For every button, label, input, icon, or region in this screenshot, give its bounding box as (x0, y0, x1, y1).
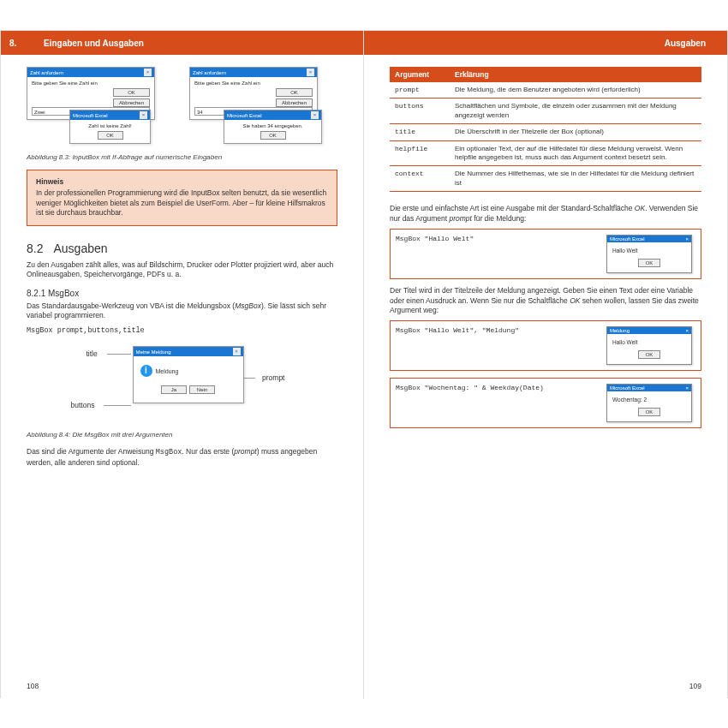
table-header: Argument (390, 67, 450, 82)
figure-caption: Abbildung 8.4: Die MsgBox mit drei Argum… (27, 431, 337, 439)
code-line: MsgBox prompt,buttons,title (27, 326, 337, 336)
dialog-group-2: Zahl anfordern× Bitte geben Sie eine Zah… (189, 67, 326, 148)
dialog-message: Sie haben 34 eingegeben. (229, 123, 317, 128)
dialog-group-1: Zahl anfordern× Bitte geben Sie eine Zah… (27, 67, 164, 148)
label-buttons: buttons (71, 401, 95, 409)
dialog-message: Hallo Welt (612, 339, 686, 345)
dialog-title: Meine Meldung (136, 349, 171, 355)
arg-name: helpfile (390, 140, 450, 166)
left-content: Zahl anfordern× Bitte geben Sie eine Zah… (27, 67, 337, 468)
dialog-title: Microsoft Excel (227, 113, 262, 118)
ok-button[interactable]: OK (98, 131, 123, 140)
ok-button[interactable]: OK (113, 88, 150, 97)
label-prompt: prompt (262, 373, 284, 382)
ok-button[interactable]: OK (638, 350, 661, 359)
dialog-title: Microsoft Excel (610, 236, 645, 242)
page-number: 109 (689, 682, 701, 690)
table-header: Erklärung (450, 67, 701, 82)
figure-caption: Abbildung 8.3: InputBox mit If-Abfrage a… (27, 153, 337, 161)
close-icon[interactable]: × (685, 385, 689, 391)
arg-desc: Die Überschrift in der Titelzeile der Bo… (450, 124, 701, 140)
hint-body: In der professionellen Programmierung wi… (36, 188, 328, 218)
msgbox-preview: Microsoft Excel× Hallo Welt OK (606, 235, 692, 273)
arguments-table: Argument Erklärung promptDie Meldung, di… (390, 67, 701, 192)
code-example-1: MsgBox "Hallo Welt" Microsoft Excel× Hal… (390, 229, 701, 279)
dialog-title: Microsoft Excel (73, 113, 108, 118)
arg-desc: Schaltflächen und Symbole, die einzeln o… (450, 98, 701, 124)
paragraph: Das sind die Argumente der Anweisung Msg… (27, 447, 337, 468)
ok-button[interactable]: OK (638, 408, 661, 416)
ok-button[interactable]: OK (276, 88, 313, 97)
hint-title: Hinweis (36, 177, 328, 187)
msgbox-diagram: title prompt buttons Meine Meldung× i Me… (71, 344, 294, 426)
cancel-button[interactable]: Abbrechen (113, 98, 150, 107)
no-button[interactable]: Nein (189, 385, 215, 394)
dialog-mockups: Zahl anfordern× Bitte geben Sie eine Zah… (27, 67, 337, 148)
table-row: helpfileEin optionaler Text, der auf die… (390, 140, 701, 166)
table-row: titleDie Überschrift in der Titelzeile d… (390, 124, 701, 140)
table-row: buttonsSchaltflächen und Symbole, die ei… (390, 98, 701, 124)
header-left: 8. Eingaben und Ausgaben (1, 31, 363, 55)
cancel-button[interactable]: Abbrechen (276, 98, 313, 107)
close-icon[interactable]: × (140, 111, 147, 119)
arg-name: title (390, 124, 450, 140)
code-text: MsgBox "Wochentag: " & Weekday(Date) (391, 379, 598, 427)
header-right: Ausgaben (364, 31, 727, 55)
paragraph: Die erste und einfachste Art ist eine Au… (390, 204, 701, 224)
hint-box: Hinweis In der professionellen Programmi… (27, 170, 337, 226)
close-icon[interactable]: × (311, 111, 319, 119)
close-icon[interactable]: × (307, 69, 314, 76)
book-spread: 8. Eingaben und Ausgaben Zahl anfordern×… (0, 30, 728, 698)
info-icon: i (140, 365, 152, 377)
msgbox-result-2: Microsoft Excel× Sie haben 34 eingegeben… (224, 110, 322, 144)
table-row: promptDie Meldung, die dem Benutzer ange… (390, 82, 701, 98)
close-icon[interactable]: × (233, 348, 241, 355)
msgbox-example: Meine Meldung× i Meldung Ja Nein (133, 346, 244, 403)
yes-button[interactable]: Ja (161, 385, 187, 394)
table-row: contextDie Nummer des Hilfethemas, wie s… (390, 166, 701, 192)
chapter-title: Eingaben und Ausgaben (44, 39, 144, 48)
label-title: title (87, 349, 98, 358)
paragraph: Der Titel wird in der Titelzeile der Mel… (390, 286, 701, 315)
arg-name: buttons (390, 98, 450, 124)
arg-name: context (390, 166, 450, 192)
code-example-3: MsgBox "Wochentag: " & Weekday(Date) Mic… (390, 378, 701, 428)
close-icon[interactable]: × (685, 328, 689, 333)
dialog-message: Hallo Welt (612, 248, 686, 254)
close-icon[interactable]: × (685, 236, 689, 242)
code-text: MsgBox "Hallo Welt" (391, 230, 598, 278)
section-heading: 8.2Ausgaben (27, 242, 337, 255)
dialog-prompt: Bitte geben Sie eine Zahl ein (194, 81, 313, 86)
subsection-heading: 8.2.1 MsgBox (27, 289, 337, 298)
code-text: MsgBox "Hallo Welt", "Meldung" (391, 321, 598, 370)
arg-name: prompt (390, 82, 450, 98)
right-content: Argument Erklärung promptDie Meldung, di… (390, 67, 701, 428)
arg-desc: Die Nummer des Hilfethemas, wie sie in d… (450, 166, 701, 192)
page-number: 108 (27, 682, 39, 690)
msgbox-preview: Microsoft Excel× Wochentag: 2 OK (606, 384, 692, 422)
dialog-prompt: Bitte geben Sie eine Zahl ein (32, 81, 150, 86)
page-left: 8. Eingaben und Ausgaben Zahl anfordern×… (1, 31, 364, 699)
chapter-number: 8. (9, 39, 44, 48)
section-number: 8.2 (27, 242, 43, 255)
dialog-message: Wochentag: 2 (612, 397, 686, 403)
paragraph: Zu den Ausgaben zählt alles, was auf Bil… (27, 260, 337, 280)
dialog-title: Microsoft Excel (610, 385, 645, 391)
ok-button[interactable]: OK (260, 131, 286, 140)
section-running-head: Ausgaben (665, 39, 706, 48)
msgbox-result-1: Microsoft Excel× Zahl ist keine Zahl! OK (69, 110, 151, 144)
dialog-title: Zahl anfordern (30, 70, 63, 75)
dialog-message: Meldung (156, 368, 179, 374)
arg-desc: Die Meldung, die dem Benutzer angeboten … (450, 82, 701, 98)
arg-desc: Ein optionaler Text, der auf die Hilfeda… (450, 140, 701, 166)
close-icon[interactable]: × (144, 69, 152, 76)
dialog-title: Zahl anfordern (193, 70, 226, 75)
section-title: Ausgaben (53, 242, 107, 255)
dialog-message: Zahl ist keine Zahl! (75, 123, 146, 128)
msgbox-preview: Meldung× Hallo Welt OK (606, 326, 692, 365)
code-example-2: MsgBox "Hallo Welt", "Meldung" Meldung× … (390, 320, 701, 371)
dialog-title: Meldung (610, 328, 630, 333)
page-right: Ausgaben Argument Erklärung promptDie Me… (364, 31, 727, 699)
ok-button[interactable]: OK (638, 259, 661, 267)
paragraph: Das Standardausgabe-Werkzeug von VBA ist… (27, 301, 337, 321)
